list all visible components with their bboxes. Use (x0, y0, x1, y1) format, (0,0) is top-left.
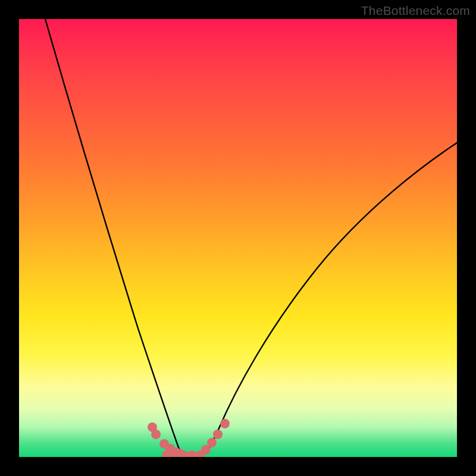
svg-point-1 (151, 430, 161, 439)
markers-right (201, 419, 230, 455)
chart-frame: TheBottleneck.com (0, 0, 476, 476)
curves-svg (19, 19, 457, 457)
svg-point-13 (187, 450, 196, 457)
svg-point-8 (213, 430, 223, 439)
left-curve (45, 19, 189, 455)
right-curve (201, 143, 457, 455)
svg-point-7 (207, 438, 217, 447)
plot-area (19, 19, 457, 457)
bottom-band (162, 450, 205, 457)
svg-point-9 (220, 419, 230, 428)
watermark-text: TheBottleneck.com (361, 4, 470, 18)
